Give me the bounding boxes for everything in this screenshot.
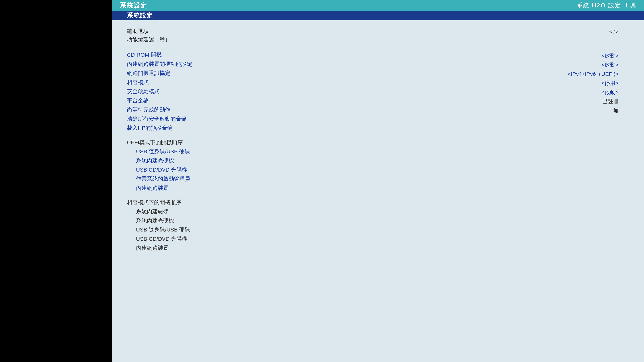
menu-item-compat-mode[interactable]: 相容模式 <box>127 78 506 87</box>
left-panel <box>0 0 112 362</box>
uefi-boot-usb-flash[interactable]: USB 隨身碟/USB 硬碟 <box>127 147 506 156</box>
value-network-protocol: <IPv4+IPv6（UEFI)> <box>506 70 618 78</box>
compat-boot-network: 內建網路裝置 <box>127 244 506 252</box>
menu-item-cdrom[interactable]: CD-ROM 開機 <box>127 51 506 59</box>
menu-item-secure-boot[interactable]: 安全啟動模式 <box>127 87 506 96</box>
value-secure-boot: <啟動> <box>506 88 618 97</box>
menu-item-platform-key[interactable]: 平台金鑰 <box>127 96 506 105</box>
value-delay: <0> <box>506 27 618 36</box>
menu-item-network-boot[interactable]: 內建網路裝置開機功能設定 <box>127 60 506 68</box>
value-platform-key: 已註冊 <box>506 97 618 106</box>
uefi-boot-optical[interactable]: 系統內建光碟機 <box>127 156 506 165</box>
compat-boot-usb-flash: USB 隨身碟/USB 硬碟 <box>127 225 506 234</box>
bios-area: 系統設定 系統 H2O 設定 工具 系統設定 輔助選項 功能鍵延遲（秒） CD-… <box>112 0 644 362</box>
menu-item-network-protocol[interactable]: 網路開機通訊協定 <box>127 69 506 77</box>
top-bar-nav: 系統 H2O 設定 工具 <box>576 1 637 9</box>
compat-boot-usb-cd: USB CD/DVD 光碟機 <box>127 235 506 243</box>
uefi-boot-network[interactable]: 內建網路裝置 <box>127 184 506 192</box>
compat-header: 相容模式下的開機順序 <box>127 199 506 206</box>
value-compat-mode: <停用> <box>506 79 618 87</box>
menu-item-clear-keys[interactable]: 清除所有安全啟動的金鑰 <box>127 115 506 123</box>
content-area: 輔助選項 功能鍵延遲（秒） CD-ROM 開機 內建網路裝置開機功能設定 網路開… <box>112 20 644 260</box>
auxiliary-subheader: 功能鍵延遲（秒） <box>127 36 506 43</box>
uefi-header: UEFI模式下的開機順序 <box>127 139 506 146</box>
top-bar-title: 系統設定 <box>120 1 147 10</box>
menu-item-load-hp-keys[interactable]: 載入HP的預設金鑰 <box>127 124 506 132</box>
uefi-boot-usb-cddvd[interactable]: USB CD/DVD 光碟機 <box>127 166 506 174</box>
compat-boot-hdd: 系統內建硬碟 <box>127 207 506 216</box>
blue-bar-title: 系統設定 <box>127 11 153 20</box>
left-column: 輔助選項 功能鍵延遲（秒） CD-ROM 開機 內建網路裝置開機功能設定 網路開… <box>127 27 506 253</box>
value-pending-action: 無 <box>506 106 618 115</box>
top-bar: 系統設定 系統 H2O 設定 工具 <box>112 0 644 11</box>
uefi-boot-os-manager[interactable]: 作業系統的啟動管理員 <box>127 175 506 183</box>
auxiliary-header: 輔助選項 <box>127 27 506 35</box>
right-column: <0> <啟動> <啟動> <IPv4+IPv6（UEFI)> <停用> <啟動… <box>506 27 630 253</box>
compat-boot-optical: 系統內建光碟機 <box>127 216 506 225</box>
menu-item-pending-action[interactable]: 尚等待完成的動作 <box>127 106 506 114</box>
value-cdrom: <啟動> <box>506 52 618 60</box>
blue-bar: 系統設定 <box>112 11 644 20</box>
value-network-boot: <啟動> <box>506 61 618 69</box>
